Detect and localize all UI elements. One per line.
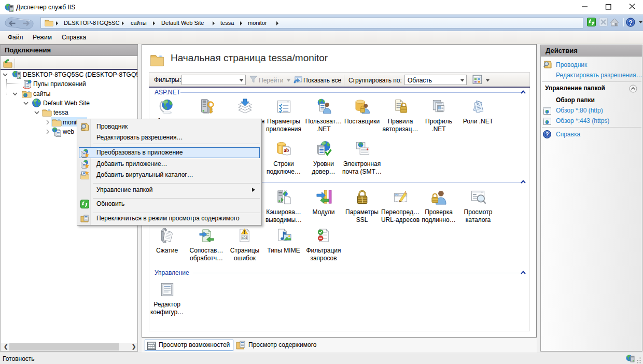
svg-text:?: ?: [546, 131, 549, 137]
svg-text:404: 404: [242, 236, 247, 240]
svg-text:?: ?: [628, 19, 633, 26]
svg-text:ab: ab: [284, 147, 289, 153]
